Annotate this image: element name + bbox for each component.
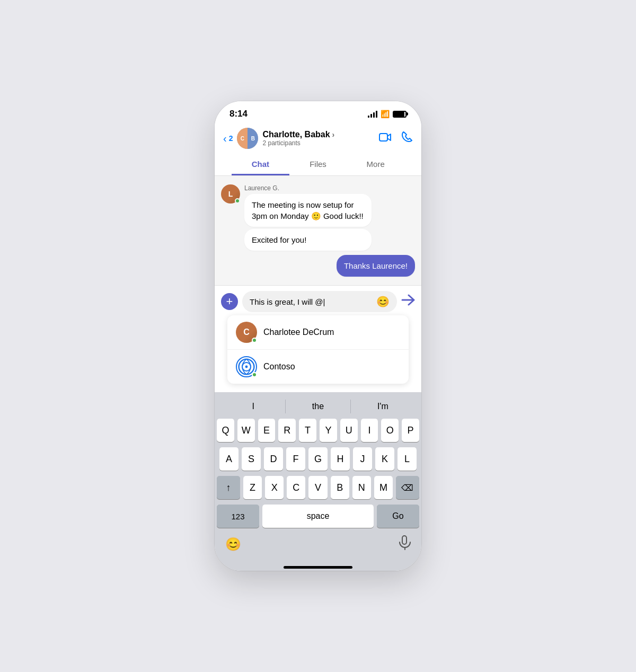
message-row-sent: Thanks Laurence!	[221, 255, 415, 277]
tab-files[interactable]: Files	[289, 154, 347, 175]
key-c[interactable]: C	[287, 476, 305, 499]
keyboard-bottom: 123 space Go	[217, 505, 419, 528]
video-call-icon[interactable]	[379, 131, 392, 145]
charlotee-avatar: C	[236, 322, 257, 343]
keyboard-row-2: A S D F G H J K L	[217, 447, 419, 471]
svg-point-3	[245, 366, 248, 368]
status-time: 8:14	[229, 109, 248, 119]
back-chevron-icon: ‹	[223, 132, 227, 145]
messages-area: L Laurence G. The meeting is now setup f…	[215, 176, 421, 285]
microphone-icon[interactable]	[398, 535, 411, 553]
contoso-online-dot	[252, 372, 257, 377]
name-chevron-icon: ›	[332, 130, 335, 139]
chat-name[interactable]: Charlotte, Babak ›	[262, 130, 334, 139]
message-row-received: L Laurence G. The meeting is now setup f…	[221, 184, 415, 251]
send-button[interactable]	[401, 294, 415, 309]
key-b[interactable]: B	[331, 476, 349, 499]
avatar-left: C	[237, 128, 248, 149]
svg-rect-0	[379, 134, 387, 141]
sender-name: Laurence G.	[244, 184, 372, 192]
go-key[interactable]: Go	[377, 505, 419, 528]
mention-item-charlotee[interactable]: C Charlotee DeCrum	[227, 315, 409, 350]
keyboard-suggestions: I the I'm	[217, 396, 419, 419]
key-e[interactable]: E	[258, 419, 276, 442]
message-input[interactable]	[250, 297, 372, 306]
tab-chat[interactable]: Chat	[232, 154, 289, 175]
suggestion-the[interactable]: the	[286, 400, 350, 413]
sent-bubble: Thanks Laurence!	[337, 255, 415, 277]
signal-icon	[368, 110, 377, 118]
key-v[interactable]: V	[308, 476, 327, 499]
laurence-avatar: L	[221, 184, 240, 204]
phone-frame: 8:14 📶 ‹ 2 C	[215, 101, 421, 571]
avatar-group: C B	[237, 128, 258, 149]
space-key[interactable]: space	[262, 505, 374, 528]
key-k[interactable]: K	[375, 447, 394, 471]
key-h[interactable]: H	[331, 447, 350, 471]
key-s[interactable]: S	[242, 447, 261, 471]
header-left: ‹ 2 C B Charlotte, Babak › 2 participant…	[223, 128, 334, 149]
chat-header: ‹ 2 C B Charlotte, Babak › 2 participant…	[215, 123, 421, 176]
key-m[interactable]: M	[374, 476, 393, 499]
key-y[interactable]: Y	[320, 419, 337, 442]
header-top: ‹ 2 C B Charlotte, Babak › 2 participant…	[223, 128, 413, 149]
contoso-name: Contoso	[263, 362, 295, 372]
received-message-content: Laurence G. The meeting is now setup for…	[244, 184, 372, 251]
keyboard: I the I'm Q W E R T Y U I O P A S D F G …	[215, 392, 421, 571]
chat-participants: 2 participants	[262, 139, 334, 147]
home-indicator	[284, 566, 352, 569]
keyboard-footer: 😊	[217, 531, 419, 562]
input-area: + 😊 C Charlotee DeCrum	[215, 285, 421, 392]
mention-item-contoso[interactable]: Contoso	[227, 350, 409, 384]
charlotee-name: Charlotee DeCrum	[263, 328, 334, 337]
chat-name-area: Charlotte, Babak › 2 participants	[262, 130, 334, 147]
add-attachment-button[interactable]: +	[221, 293, 238, 310]
header-right	[379, 131, 413, 146]
input-row: + 😊	[221, 291, 415, 312]
key-w[interactable]: W	[237, 419, 255, 442]
key-t[interactable]: T	[299, 419, 316, 442]
key-u[interactable]: U	[340, 419, 358, 442]
status-bar: 8:14 📶	[215, 101, 421, 123]
message-bubble-2: Excited for you!	[244, 229, 372, 251]
suggestion-i[interactable]: I	[221, 400, 286, 413]
avatar-right: B	[248, 128, 258, 149]
charlotee-online-dot	[252, 338, 257, 343]
shift-key[interactable]: ↑	[217, 476, 240, 499]
back-badge: 2	[229, 134, 233, 143]
key-d[interactable]: D	[264, 447, 283, 471]
phone-call-icon[interactable]	[401, 131, 413, 146]
battery-icon	[393, 111, 407, 118]
key-p[interactable]: P	[402, 419, 419, 442]
key-r[interactable]: R	[278, 419, 296, 442]
suggestion-im[interactable]: I'm	[351, 400, 415, 413]
delete-key[interactable]: ⌫	[396, 476, 419, 499]
key-l[interactable]: L	[398, 447, 417, 471]
numbers-key[interactable]: 123	[217, 505, 259, 528]
key-g[interactable]: G	[308, 447, 328, 471]
text-input-wrap: 😊	[242, 291, 397, 312]
tab-more[interactable]: More	[347, 154, 404, 175]
emoji-keyboard-icon[interactable]: 😊	[225, 537, 241, 552]
contoso-avatar	[236, 356, 257, 377]
key-j[interactable]: J	[353, 447, 372, 471]
key-i[interactable]: I	[361, 419, 378, 442]
key-a[interactable]: A	[219, 447, 238, 471]
svg-rect-4	[402, 536, 407, 544]
online-indicator	[235, 198, 240, 204]
keyboard-row-3: ↑ Z X C V B N M ⌫	[217, 476, 419, 499]
emoji-picker-icon[interactable]: 😊	[376, 295, 390, 308]
status-icons: 📶	[368, 110, 407, 118]
tabs: Chat Files More	[223, 154, 413, 175]
key-n[interactable]: N	[352, 476, 371, 499]
key-q[interactable]: Q	[217, 419, 234, 442]
back-button[interactable]: ‹ 2	[223, 132, 233, 145]
wifi-icon: 📶	[381, 110, 390, 118]
mention-dropdown: C Charlotee DeCrum	[227, 315, 409, 384]
key-o[interactable]: O	[381, 419, 399, 442]
key-z[interactable]: Z	[243, 476, 262, 499]
keyboard-row-1: Q W E R T Y U I O P	[217, 419, 419, 442]
key-f[interactable]: F	[286, 447, 305, 471]
key-x[interactable]: X	[265, 476, 284, 499]
message-bubble-1: The meeting is now setup for 3pm on Mond…	[244, 194, 372, 227]
